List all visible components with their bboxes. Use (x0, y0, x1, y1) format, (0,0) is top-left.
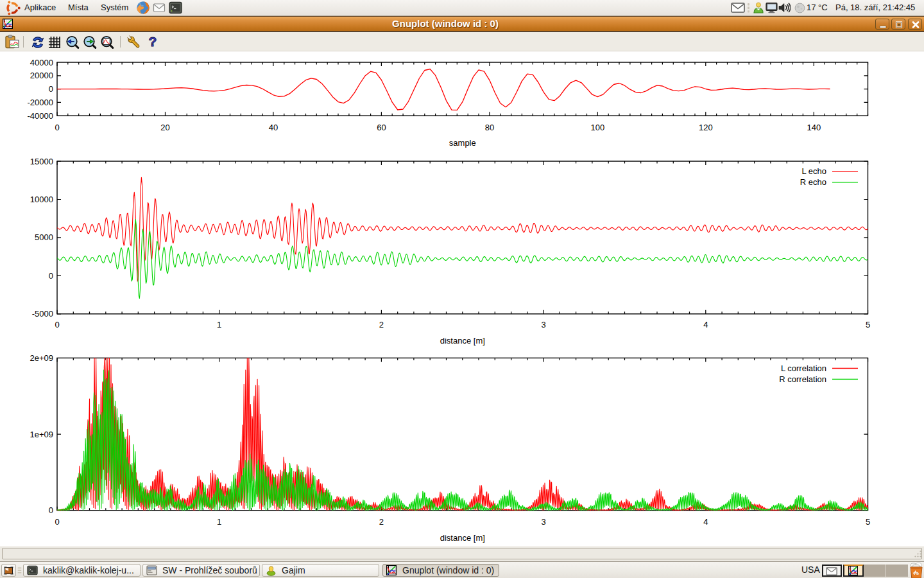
svg-text:100: 100 (590, 123, 604, 132)
svg-text:40: 40 (269, 123, 278, 132)
svg-text:80: 80 (485, 123, 494, 132)
svg-text:3: 3 (541, 517, 545, 527)
svg-text:0: 0 (49, 84, 53, 94)
svg-text:2: 2 (379, 320, 384, 329)
svg-text:10000: 10000 (30, 195, 53, 204)
svg-text:distance [m]: distance [m] (440, 336, 485, 346)
svg-text:5000: 5000 (35, 232, 53, 242)
svg-text:2e+09: 2e+09 (30, 353, 53, 363)
svg-text:1e+09: 1e+09 (30, 430, 53, 439)
svg-text:0: 0 (55, 517, 59, 527)
svg-text:1: 1 (217, 320, 221, 329)
svg-text:distance [m]: distance [m] (440, 533, 485, 543)
svg-text:-40000: -40000 (28, 111, 53, 121)
svg-text:20000: 20000 (30, 71, 53, 80)
svg-text:0: 0 (49, 271, 53, 281)
svg-text:L correlation: L correlation (781, 363, 826, 373)
svg-text:L echo: L echo (801, 166, 826, 176)
svg-text:sample: sample (449, 138, 476, 148)
svg-text:?: ? (149, 35, 157, 49)
svg-text:-20000: -20000 (28, 98, 53, 107)
svg-text:40000: 40000 (30, 58, 53, 67)
svg-text:1: 1 (217, 517, 221, 527)
svg-text:R echo: R echo (800, 177, 826, 187)
svg-text:140: 140 (807, 123, 821, 132)
svg-text:3: 3 (541, 320, 545, 329)
svg-text:4: 4 (703, 517, 708, 527)
svg-text:0: 0 (49, 505, 53, 515)
svg-text:0: 0 (55, 320, 59, 329)
svg-text:4: 4 (703, 320, 708, 329)
svg-text:120: 120 (699, 123, 713, 132)
svg-text:R correlation: R correlation (779, 374, 826, 384)
svg-text:5: 5 (866, 517, 870, 527)
svg-text:2: 2 (379, 517, 384, 527)
svg-text:15000: 15000 (30, 157, 53, 166)
svg-text:60: 60 (377, 123, 386, 132)
svg-text:5: 5 (866, 320, 870, 329)
svg-text:0: 0 (55, 123, 59, 132)
svg-text:20: 20 (160, 123, 169, 132)
svg-text:-5000: -5000 (32, 309, 53, 319)
